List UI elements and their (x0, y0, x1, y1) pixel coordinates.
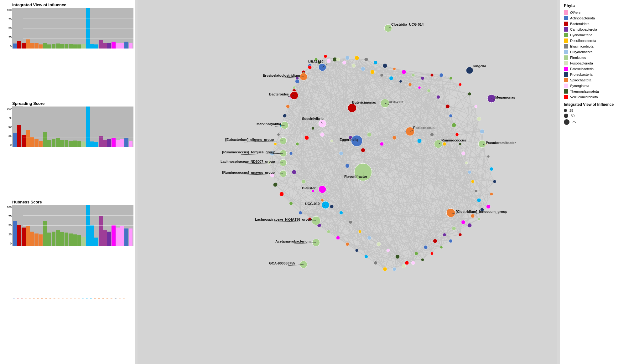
legend-item-bacteroidota: Bacteroidota (564, 22, 625, 26)
network-node-label: Flavonifractor (344, 175, 367, 178)
legend-item-proteobacteria: Proteobacteria (564, 72, 625, 77)
legend-color-synergistota (564, 84, 568, 88)
network-node-small (295, 79, 299, 83)
bar (81, 237, 86, 246)
bar (86, 205, 90, 246)
network-node-small (493, 180, 496, 183)
legend-label-elusimicrobiota: Elusimicrobiota (570, 44, 594, 48)
bar (120, 139, 124, 147)
network-node-small (427, 89, 431, 93)
network-node-small (449, 114, 452, 117)
network-node-small (330, 205, 334, 208)
network-node-small (455, 133, 459, 136)
legend-label-firmicutes: Firmicutes (570, 56, 586, 59)
integrated-view-chart: Integrated View of Influence 100 75 50 2… (1, 3, 133, 100)
bar (124, 228, 128, 246)
network-node-label: Kingella (473, 64, 486, 68)
network-node-label: UCG-010 (305, 202, 320, 206)
legend-color-fusobacteriota (564, 61, 568, 65)
network-node-small (468, 170, 471, 174)
legend-item-euryarchaeota: Euryarchaeota (564, 50, 625, 54)
bar (30, 137, 34, 147)
network-node-small (459, 233, 462, 236)
network-node-small (490, 167, 493, 171)
network-node-small (336, 58, 340, 61)
bar (52, 232, 56, 246)
hubness-y-labels: 100 75 50 25 0 (1, 205, 12, 246)
network-node-small (342, 61, 346, 64)
network-node-small (364, 255, 368, 258)
network-node-small (293, 86, 296, 89)
bar (22, 43, 26, 49)
network-node-small (289, 202, 293, 205)
network-node-small (408, 83, 412, 86)
network-node-small (389, 76, 393, 80)
legend-label-spirochaetota: Spirochaetota (570, 78, 591, 82)
network-node-small (321, 199, 324, 202)
network-node-small (478, 218, 480, 220)
network-node-small (418, 86, 421, 89)
bar (13, 133, 17, 147)
network-node-small (490, 192, 493, 195)
bar (86, 106, 90, 147)
bar (129, 228, 133, 246)
legend-item-desulfobacterota: Desulfobacterota (564, 38, 625, 43)
network-node-small (374, 61, 377, 64)
bar (13, 221, 17, 246)
legend-item-elusimicrobiota: Elusimicrobiota (564, 44, 625, 49)
spreading-score-chart: Spreading Score 100 75 50 25 0 Scores (1, 101, 133, 198)
integrated-bars (12, 8, 133, 49)
network-node-small (449, 239, 453, 243)
bar (60, 232, 64, 246)
bar (17, 125, 21, 147)
legend-label-proteobacteria: Proteobacteria (570, 73, 593, 76)
bar (90, 225, 94, 246)
network-node-small (477, 198, 481, 202)
network-node-label: Erysipelatoclostridium (263, 74, 300, 77)
bar (107, 43, 111, 49)
bar (69, 44, 73, 49)
network-node-small (461, 220, 465, 224)
network-node-small (461, 151, 465, 155)
legend-item-actinobacteriota: Actinobacteriota (564, 16, 625, 20)
legend-item-verrucomicrobiota: Verrucomicrobiota (564, 95, 625, 99)
network-node-small (446, 105, 450, 109)
hubness-bar-area (12, 205, 133, 246)
bar (56, 138, 60, 147)
network-node-small (346, 242, 349, 246)
network-node-small (358, 230, 361, 233)
bar (39, 141, 43, 147)
legend-label-actinobacteriota: Actinobacteriota (570, 16, 595, 20)
network-node-small (308, 65, 312, 69)
bar (43, 221, 47, 246)
network-node-small (377, 242, 381, 246)
bar (86, 8, 90, 49)
network-node-small (452, 123, 456, 127)
bar (56, 230, 60, 246)
legend-item-others: Others (564, 10, 625, 15)
network-node-small (395, 254, 399, 259)
network-node-small (467, 223, 471, 227)
network-node-small (471, 180, 474, 183)
bar (60, 44, 64, 49)
bar (65, 44, 69, 49)
bar (116, 228, 120, 246)
network-node-small (289, 152, 293, 155)
network-node-small (346, 164, 350, 168)
legend-phyla-title: Phyla (564, 3, 625, 8)
legend-color-desulfobacterota (564, 38, 568, 43)
network-node-label: Succinivibrio (302, 117, 324, 120)
legend-item-firmicutes: Firmicutes (564, 55, 625, 60)
bar (99, 216, 103, 246)
bar (22, 228, 26, 246)
bar (26, 226, 30, 246)
bar (81, 44, 86, 49)
bar (112, 42, 116, 49)
legend-circle-25 (564, 109, 567, 112)
network-node-label: Butyricimonas (352, 100, 376, 104)
bar (47, 44, 51, 49)
network-node-small (327, 59, 330, 63)
bar (94, 238, 98, 246)
network-node-small (439, 73, 443, 77)
network-node-small (405, 261, 409, 265)
